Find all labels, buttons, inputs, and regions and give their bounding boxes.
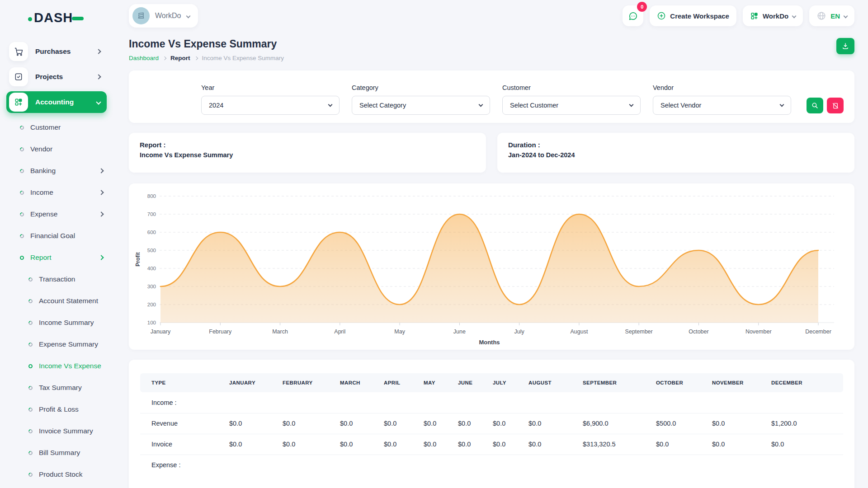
table-header-cell: FEBRUARY xyxy=(283,373,340,392)
language-selector[interactable]: EN xyxy=(809,5,854,26)
sidebar-subitem-cash-flow[interactable]: Cash Flow xyxy=(0,485,113,488)
svg-text:December: December xyxy=(805,328,831,335)
language-code: EN xyxy=(830,12,840,20)
sidebar-subitem-product-stock[interactable]: Product Stock xyxy=(0,464,113,485)
profit-area-chart: 800700600500400300200100JanuaryFebruaryM… xyxy=(133,187,839,346)
table-header-cell: JANUARY xyxy=(229,373,283,392)
row-type-cell: Invoice xyxy=(140,434,229,455)
sidebar-subitem-income-summary[interactable]: Income Summary xyxy=(0,312,113,333)
svg-text:500: 500 xyxy=(147,248,156,253)
row-value-cell: $0.0 xyxy=(528,434,583,455)
svg-text:700: 700 xyxy=(147,211,156,217)
sidebar-subitem-bill-summary[interactable]: Bill Summary xyxy=(0,442,113,464)
messages-button[interactable]: 0 xyxy=(623,5,643,26)
chevron-down-icon xyxy=(844,14,848,18)
row-value-cell: $0.0 xyxy=(424,413,458,434)
year-select[interactable]: 2024 xyxy=(201,96,340,115)
sidebar-subitem-income[interactable]: Income xyxy=(0,182,113,203)
duration-card-title: Duration : xyxy=(508,141,844,149)
bullet-icon xyxy=(28,342,33,347)
row-value-cell: $0.0 xyxy=(493,413,528,434)
bullet-icon xyxy=(19,211,25,217)
sidebar-subitem-invoice-summary[interactable]: Invoice Summary xyxy=(0,420,113,442)
duration-summary-card: Duration : Jan-2024 to Dec-2024 xyxy=(497,133,854,173)
sidebar-subitem-expense-summary[interactable]: Expense Summary xyxy=(0,333,113,355)
sidebar-subitem-tax-summary[interactable]: Tax Summary xyxy=(0,377,113,399)
table-row: Revenue$0.0$0.0$0.0$0.0$0.0$0.0$0.0$0.0$… xyxy=(140,413,843,434)
sidebar-subitem-vendor[interactable]: Vendor xyxy=(0,138,113,160)
logo-dash-icon xyxy=(72,17,84,20)
breadcrumb: Dashboard Report Income Vs Expense Summa… xyxy=(129,55,284,61)
sidebar-item-accounting[interactable]: Accounting xyxy=(6,91,107,113)
sidebar-item-label: Accounting xyxy=(35,98,97,106)
row-value-cell: $0.0 xyxy=(340,413,384,434)
category-select[interactable]: Select Category xyxy=(352,96,490,115)
bullet-icon xyxy=(28,320,33,326)
sidebar-subitem-income-vs-expense[interactable]: Income Vs Expense xyxy=(0,355,113,377)
chevron-down-icon xyxy=(629,103,634,107)
create-workspace-label: Create Workspace xyxy=(670,12,729,20)
table-section-label: Expense : xyxy=(140,455,843,475)
breadcrumb-current: Income Vs Expense Summary xyxy=(202,55,284,61)
sidebar-subitem-label: Profit & Loss xyxy=(39,405,113,413)
sidebar-subitem-report[interactable]: Report xyxy=(0,247,113,268)
vendor-value: Select Vendor xyxy=(660,102,701,109)
sidebar-item-purchases[interactable]: Purchases xyxy=(6,41,107,62)
sidebar-item-projects[interactable]: Projects xyxy=(6,66,107,88)
workspace-switcher[interactable]: WorkDo xyxy=(129,4,198,28)
svg-text:September: September xyxy=(625,328,653,335)
sidebar-subitem-label: Invoice Summary xyxy=(39,427,113,435)
vendor-select[interactable]: Select Vendor xyxy=(653,96,791,115)
sidebar-subitem-label: Income xyxy=(30,188,99,197)
sidebar-subitem-profit-loss[interactable]: Profit & Loss xyxy=(0,399,113,420)
bullet-icon xyxy=(28,450,33,456)
sidebar-subitem-label: Bill Summary xyxy=(39,449,113,457)
page-title: Income Vs Expense Summary xyxy=(129,38,284,50)
table-section-label: Income : xyxy=(140,392,843,413)
profit-chart-card: 800700600500400300200100JanuaryFebruaryM… xyxy=(129,183,854,350)
search-icon xyxy=(811,102,819,109)
chevron-down-icon xyxy=(96,99,101,104)
accounting-submenu: CustomerVendorBankingIncomeExpenseFinanc… xyxy=(0,117,113,488)
sidebar-subitem-account-statement[interactable]: Account Statement xyxy=(0,290,113,312)
row-value-cell: $0.0 xyxy=(771,434,843,455)
chevron-right-icon xyxy=(99,190,104,195)
table-header-cell: JUNE xyxy=(458,373,493,392)
sidebar-subitem-financial-goal[interactable]: Financial Goal xyxy=(0,225,113,247)
app-logo[interactable]: DASH xyxy=(0,8,113,27)
table-header-cell: SEPTEMBER xyxy=(583,373,656,392)
apply-filter-button[interactable] xyxy=(807,98,823,113)
report-summary-card: Report : Income Vs Expense Summary xyxy=(129,133,486,173)
sidebar-subitem-customer[interactable]: Customer xyxy=(0,117,113,138)
download-report-button[interactable] xyxy=(836,38,854,54)
svg-text:August: August xyxy=(570,328,588,335)
sidebar-subitem-banking[interactable]: Banking xyxy=(0,160,113,182)
table-header-cell: OCTOBER xyxy=(656,373,712,392)
sidebar-subitem-expense[interactable]: Expense xyxy=(0,203,113,225)
category-value: Select Category xyxy=(359,102,406,109)
row-value-cell: $0.0 xyxy=(528,413,583,434)
workdo-menu-button[interactable]: WorkDo xyxy=(743,5,803,26)
breadcrumb-report[interactable]: Report xyxy=(170,55,190,61)
table-header-cell: APRIL xyxy=(384,373,424,392)
svg-text:100: 100 xyxy=(147,320,156,325)
bullet-icon xyxy=(19,190,25,196)
customer-select[interactable]: Select Customer xyxy=(502,96,641,115)
bullet-icon xyxy=(19,125,25,131)
vendor-label: Vendor xyxy=(653,84,791,91)
create-workspace-button[interactable]: Create Workspace xyxy=(650,5,736,26)
sidebar-item-label: Purchases xyxy=(35,47,97,56)
sidebar-subitem-label: Expense xyxy=(30,210,99,218)
reset-filter-button[interactable] xyxy=(827,98,844,113)
svg-text:400: 400 xyxy=(147,266,156,271)
chevron-right-icon xyxy=(99,255,104,260)
sidebar-subitem-label: Product Stock xyxy=(39,470,113,479)
row-value-cell: $0.0 xyxy=(458,434,493,455)
income-expense-table: TYPEJANUARYFEBRUARYMARCHAPRILMAYJUNEJULY… xyxy=(140,373,843,475)
main-area: WorkDo 0 Create Workspace WorkDo EN xyxy=(113,0,868,488)
sidebar-subitem-transaction[interactable]: Transaction xyxy=(0,268,113,290)
workdo-menu-label: WorkDo xyxy=(763,12,788,20)
breadcrumb-dashboard[interactable]: Dashboard xyxy=(129,55,159,61)
row-value-cell: $313,320.5 xyxy=(583,434,656,455)
svg-text:January: January xyxy=(151,328,171,335)
